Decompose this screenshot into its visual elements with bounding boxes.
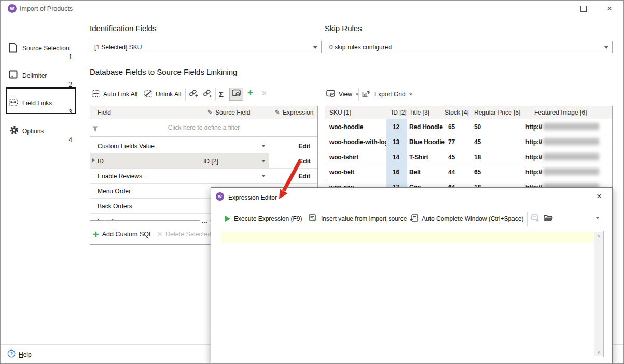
filter-placeholder: Click here to define a filter (90, 124, 317, 131)
filter-row[interactable]: Click here to define a filter (90, 119, 317, 137)
price-cell: 18 (472, 149, 516, 164)
preview-row[interactable]: woo-cap17Cap6418http:// (325, 179, 612, 188)
plus-icon: + (93, 231, 99, 238)
preview-row[interactable]: woo-hoodie-with-logo13Blue Hoodie7745htt… (325, 134, 612, 149)
identification-fields-value: [1 Selected] SKU (94, 44, 142, 51)
svg-text:?: ? (10, 351, 13, 356)
toolbar-overflow-chevron[interactable] (596, 217, 599, 219)
folder-icon (544, 214, 553, 223)
preview-toggle-button[interactable] (229, 88, 243, 101)
open-expression-button[interactable] (544, 213, 553, 225)
auto-link-all-button[interactable]: Auto Link All (92, 89, 137, 100)
expression-code-editor[interactable]: ∧ ∨ (220, 231, 604, 357)
field-links-grid-header: Field ✎ Source Field ✎ Expression (90, 106, 317, 119)
skip-rules-heading: Skip Rules (325, 24, 362, 33)
autocomplete-icon (410, 214, 418, 223)
eye-box-icon (232, 89, 241, 99)
sidebar-item-source-selection[interactable]: Source Selection 1 (6, 39, 77, 60)
remove-link-button[interactable]: x (202, 89, 213, 100)
auto-link-icon (92, 90, 100, 99)
featured-image-cell: http:// (516, 119, 612, 134)
column-header-featured-image[interactable]: Featured Image [6] (534, 109, 587, 116)
execute-expression-button[interactable]: Execute Expression (F9) (225, 213, 302, 225)
quote-icon: , (9, 70, 18, 81)
export-grid-button[interactable]: Export Grid (362, 89, 413, 100)
sidebar-item-delimiter[interactable]: , Delimiter 2 (6, 66, 77, 87)
scroll-down-icon[interactable]: ∨ (594, 348, 603, 356)
sidebar-item-options[interactable]: Options 4 (6, 122, 77, 143)
column-header-id[interactable]: ID [2] (392, 109, 407, 116)
source-preview-grid: SKU [1] ID [2] Title [3] Stock [4] Regul… (325, 106, 613, 188)
preview-row[interactable]: woo-belt16Belt4465http:// (325, 164, 612, 179)
help-label: Help (19, 351, 32, 358)
add-row-button[interactable]: + (247, 87, 254, 99)
expression-editor-dialog: w Expression Editor × Execute Expression… (211, 187, 613, 364)
maximize-button[interactable] (577, 4, 590, 14)
column-header-sku[interactable]: SKU [1] (329, 109, 351, 116)
close-icon: × (597, 191, 602, 201)
column-header-regular-price[interactable]: Regular Price [5] (474, 109, 520, 116)
featured-image-cell: http:// (516, 164, 612, 179)
scroll-up-icon[interactable]: ∧ (594, 232, 603, 240)
unlink-all-label: Unlink All (156, 91, 181, 98)
chevron-down-icon[interactable] (261, 160, 266, 162)
column-header-stock[interactable]: Stock [4] (445, 109, 469, 116)
help-button[interactable]: ? Help (7, 349, 32, 360)
id-cell: 14 (386, 149, 407, 164)
expression-sigma-button[interactable]: Σ (219, 88, 224, 100)
chevron-down-icon[interactable] (261, 145, 266, 147)
close-button[interactable]: × (603, 4, 616, 14)
add-custom-sql-label: Add Custom SQL (102, 231, 152, 238)
svg-text:,: , (11, 70, 13, 78)
import-products-window: w Import of Products × Source Selection … (0, 0, 624, 364)
sku-cell: woo-hoodie-with-logo (325, 134, 386, 149)
svg-text:x: x (209, 93, 212, 98)
price-cell: 50 (472, 119, 516, 134)
sku-cell: woo-belt (325, 164, 386, 179)
edit-link[interactable]: Edit (298, 143, 310, 150)
field-name: Custom Fields:Value (98, 143, 155, 150)
red-arrow-annotation (273, 153, 309, 205)
editor-scrollbar[interactable]: ∧ ∨ (594, 232, 603, 356)
field-link-row[interactable]: Custom Fields:ValueEdit (90, 138, 317, 153)
expand-arrow-icon[interactable] (92, 158, 95, 162)
id-cell: 13 (386, 134, 407, 149)
unlink-all-button[interactable]: Unlink All (144, 89, 181, 100)
execute-expression-label: Execute Expression (F9) (234, 215, 302, 222)
column-header-field[interactable]: Field (98, 109, 111, 116)
close-icon: × (607, 4, 612, 14)
preview-row[interactable]: woo-hoodie12Red Hoodie6550http:// (325, 119, 612, 134)
sigma-icon: Σ (219, 90, 224, 99)
auto-link-all-label: Auto Link All (103, 91, 137, 98)
stock-cell: 64 (446, 179, 472, 188)
titlebar: w Import of Products × (1, 1, 623, 16)
insert-value-icon (309, 214, 317, 223)
delete-selected-button[interactable]: × Delete Selected (157, 229, 211, 240)
window-title: Import of Products (20, 5, 73, 12)
column-header-title[interactable]: Title [3] (409, 109, 429, 116)
stock-cell: 44 (446, 164, 472, 179)
dialog-close-button[interactable]: × (593, 191, 605, 202)
column-header-expression[interactable]: Expression (283, 109, 313, 116)
sidebar-item-field-links[interactable]: Field Links 3 (6, 94, 77, 115)
identification-fields-combobox[interactable]: [1 Selected] SKU (90, 41, 322, 53)
more-button[interactable]: ... (200, 217, 210, 225)
export-grid-label: Export Grid (374, 91, 406, 98)
view-menu-button[interactable]: View (326, 89, 359, 100)
sidebar-item-label: Field Links (22, 100, 52, 107)
chevron-down-icon[interactable] (261, 175, 266, 177)
skip-rules-combobox[interactable]: 0 skip rules configured (325, 41, 613, 53)
delete-row-button[interactable]: × (261, 88, 267, 99)
autocomplete-button[interactable]: Auto Complete Window (Ctrl+Space) (410, 213, 523, 225)
preview-row[interactable]: woo-tshirt14T-Shirt4518http:// (325, 149, 612, 164)
field-name: Length (98, 218, 117, 221)
edit-cell: Edit (269, 138, 317, 153)
chevron-down-icon (604, 46, 608, 49)
insert-value-button[interactable]: Insert value from import source (309, 213, 407, 225)
add-custom-sql-button[interactable]: + Add Custom SQL (93, 229, 152, 240)
id-cell: 17 (386, 179, 407, 188)
add-link-button[interactable]: + (188, 89, 199, 100)
save-expression-button[interactable] (531, 213, 539, 225)
column-header-source-field[interactable]: Source Field (215, 109, 250, 116)
title-cell: T-Shirt (407, 149, 446, 164)
